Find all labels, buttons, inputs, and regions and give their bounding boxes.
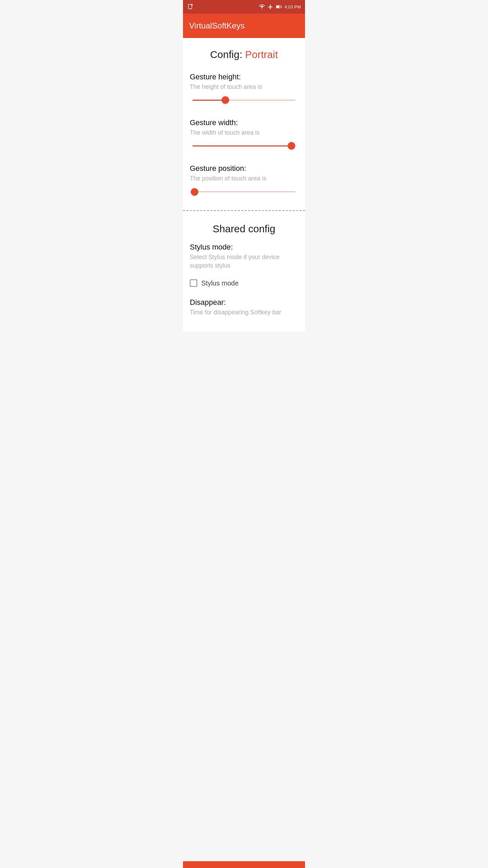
gesture-width-desc: The width of touch area is — [190, 127, 260, 137]
disappear-label: Disappear: — [190, 298, 226, 307]
config-label: Config: — [210, 49, 245, 60]
app-title: VirtualSoftKeys — [189, 21, 245, 31]
stylus-checkbox-label: Stylus mode — [201, 279, 239, 287]
gesture-width-row: Gesture width: The width of touch area i… — [183, 113, 305, 159]
airplane-icon — [268, 4, 273, 9]
gesture-height-slider[interactable] — [192, 95, 296, 105]
slider-thumb-width[interactable] — [288, 142, 295, 150]
section-divider — [183, 210, 305, 211]
stylus-checkbox[interactable] — [190, 279, 197, 287]
slider-fill-width — [192, 145, 291, 146]
disappear-row: Disappear: Time for disappearing Softkey… — [183, 293, 305, 323]
gesture-width-label-row: Gesture width: The width of touch area i… — [190, 118, 298, 137]
gesture-position-desc: The position of touch area is — [190, 173, 266, 183]
gesture-height-label-row: Gesture height: The height of touch area… — [190, 73, 298, 91]
gesture-width-label: Gesture width: — [190, 118, 238, 127]
config-mode: Portrait — [245, 49, 278, 60]
svg-rect-3 — [281, 6, 282, 7]
shared-config-label: Shared config — [212, 223, 275, 234]
gesture-position-slider[interactable] — [192, 187, 296, 197]
battery-icon — [276, 4, 282, 9]
main-content: Config: Portrait Gesture height: The hei… — [183, 38, 305, 332]
status-bar-left — [187, 4, 193, 10]
slider-thumb-position[interactable] — [191, 188, 198, 196]
disappear-desc: Time for disappearing Softkey bar — [190, 307, 281, 317]
time-display: 4:03 PM — [285, 4, 301, 9]
stylus-mode-desc: Select Stylus mode if your device suppor… — [190, 252, 298, 270]
app-bar: VirtualSoftKeys — [183, 14, 305, 38]
gesture-position-label: Gesture position: — [190, 164, 246, 173]
stylus-mode-label-row: Stylus mode: Select Stylus mode if your … — [190, 243, 298, 270]
stylus-mode-label: Stylus mode: — [190, 243, 233, 252]
status-bar-right: 4:03 PM — [259, 4, 301, 9]
stylus-checkbox-row[interactable]: Stylus mode — [183, 275, 305, 293]
gesture-position-row: Gesture position: The position of touch … — [183, 159, 305, 204]
stylus-mode-row: Stylus mode: Select Stylus mode if your … — [183, 240, 305, 275]
shared-config-header: Shared config — [183, 216, 305, 240]
gesture-height-row: Gesture height: The height of touch area… — [183, 67, 305, 113]
gesture-position-label-row: Gesture position: The position of touch … — [190, 164, 298, 183]
wifi-icon — [259, 4, 265, 9]
slider-fill-height — [192, 100, 225, 101]
config-header: Config: Portrait — [183, 38, 305, 67]
gesture-width-slider[interactable] — [192, 141, 296, 151]
gesture-height-label: Gesture height: — [190, 73, 241, 81]
screen-icon — [187, 4, 193, 10]
gesture-height-desc: The height of touch area is — [190, 81, 262, 91]
status-bar: 4:03 PM — [183, 0, 305, 14]
svg-point-1 — [191, 4, 193, 6]
disappear-label-row: Disappear: Time for disappearing Softkey… — [190, 298, 298, 317]
slider-thumb-height[interactable] — [222, 96, 229, 104]
slider-track-position — [192, 191, 296, 192]
svg-rect-4 — [276, 6, 279, 8]
